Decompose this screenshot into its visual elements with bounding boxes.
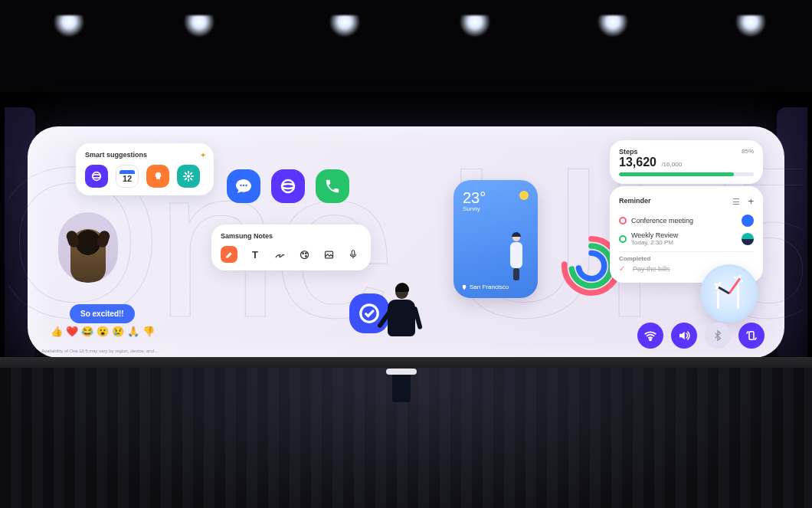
reminder-item[interactable]: Weekly Review Today, 2:30 PM	[619, 229, 754, 248]
sparkle-icon: ✦	[200, 151, 206, 159]
steps-widget[interactable]: Steps 85% 13,620 /16,000	[610, 140, 763, 184]
browser-icon[interactable]	[85, 165, 108, 188]
dog-image	[70, 229, 106, 283]
reminder-title: Reminder	[619, 197, 651, 205]
weather-location: San Francisco	[461, 283, 509, 290]
venue-ceiling	[0, 0, 812, 92]
reminder-item-label: Conference meeting	[631, 217, 693, 225]
svg-point-4	[243, 185, 244, 186]
pin-icon	[461, 284, 467, 290]
weather-condition: Sunny	[463, 205, 529, 212]
stage-light-icon	[54, 15, 84, 37]
category-dot-icon	[742, 215, 754, 227]
svg-point-1	[93, 175, 101, 178]
color-palette-icon[interactable]	[297, 247, 311, 261]
completed-header: Completed	[619, 255, 754, 262]
weather-widget[interactable]: 23° Sunny San Francisco	[453, 180, 538, 298]
svg-rect-12	[325, 251, 332, 258]
image-insert-icon[interactable]	[322, 247, 336, 261]
emoji-pray[interactable]: 🙏	[127, 326, 139, 337]
svg-point-6	[282, 180, 294, 192]
weather-location-label: San Francisco	[470, 283, 509, 290]
status-circle-icon	[619, 235, 627, 243]
smart-suggestions-widget[interactable]: Smart suggestions ✦ 12	[76, 143, 214, 195]
samsung-notes-title: Samsung Notes	[221, 232, 362, 240]
watch-face[interactable]	[700, 264, 758, 323]
emoji-heart[interactable]: ❤️	[66, 326, 78, 337]
weather-person-illustration	[507, 234, 526, 280]
contact-photo[interactable]	[58, 212, 118, 283]
check-icon: ✓	[619, 264, 625, 273]
divider	[619, 251, 754, 252]
category-dot-icon	[742, 233, 754, 245]
rotate-toggle[interactable]	[738, 323, 765, 349]
disclaimer-text: Availability of One UI 5 may vary by reg…	[41, 349, 159, 353]
steps-percent: 85%	[742, 148, 754, 155]
phone-app-icon[interactable]	[316, 169, 349, 203]
svg-point-7	[282, 184, 294, 188]
reminder-completed-label: Pay the bills	[633, 265, 670, 273]
status-circle-icon	[619, 217, 627, 225]
calendar-icon[interactable]: 12	[116, 165, 139, 188]
chat-bubble[interactable]: So excited!!	[70, 304, 135, 323]
highlighter-tool-icon[interactable]	[221, 246, 237, 263]
sound-toggle[interactable]	[671, 323, 697, 349]
emoji-laugh[interactable]: 😂	[81, 326, 93, 337]
stand-ring-icon	[578, 253, 604, 279]
svg-point-9	[302, 252, 303, 254]
svg-point-0	[93, 172, 101, 181]
steps-progress-bar	[619, 172, 754, 176]
svg-point-3	[240, 185, 241, 186]
reminder-item[interactable]: Conference meeting	[619, 212, 754, 229]
reminder-item-time: Today, 2:30 PM	[631, 239, 678, 246]
svg-rect-13	[352, 251, 355, 255]
svg-point-11	[305, 255, 306, 257]
list-view-icon[interactable]: ☰	[732, 197, 740, 206]
reminder-item-label: Weekly Review	[631, 231, 678, 239]
smart-suggestions-title: Smart suggestions	[85, 151, 205, 159]
emoji-thumbs-up[interactable]: 👍	[51, 326, 63, 337]
svg-point-15	[650, 339, 651, 340]
add-reminder-button[interactable]: +	[748, 195, 754, 207]
emoji-thumbs-down[interactable]: 👎	[142, 326, 155, 337]
settings-flower-icon[interactable]	[177, 165, 200, 188]
samsung-notes-widget[interactable]: Samsung Notes T	[211, 225, 371, 270]
stage-light-icon	[460, 15, 490, 37]
communication-app-row	[227, 169, 349, 203]
steps-count: 13,620	[619, 156, 656, 169]
emoji-sad[interactable]: 😢	[112, 326, 124, 337]
steps-title: Steps	[619, 148, 754, 156]
svg-point-8	[300, 251, 308, 258]
stage-light-icon	[329, 15, 360, 37]
internet-app-icon[interactable]	[271, 169, 305, 203]
wifi-toggle[interactable]	[637, 323, 663, 349]
voice-record-icon[interactable]	[346, 247, 360, 261]
steps-goal: /16,000	[661, 161, 682, 168]
messages-app-icon[interactable]	[227, 169, 260, 203]
svg-point-2	[187, 175, 190, 178]
stage-light-icon	[184, 15, 214, 37]
svg-point-5	[245, 185, 247, 186]
stage-light-icon	[598, 15, 628, 37]
tips-bulb-icon[interactable]	[146, 165, 169, 188]
svg-rect-16	[749, 332, 754, 340]
emoji-reaction-row[interactable]: 👍 ❤️ 😂 😮 😢 🙏 👎	[51, 326, 155, 337]
weather-temperature: 23°	[463, 189, 529, 207]
quick-settings-row	[637, 323, 765, 349]
bluetooth-toggle[interactable]	[705, 323, 731, 349]
wind-turbine-icon	[717, 287, 719, 309]
presenter-person	[378, 283, 424, 379]
svg-point-10	[305, 252, 306, 254]
stage-light-icon	[735, 15, 766, 37]
clock-hand-hour	[718, 287, 729, 295]
text-tool-icon[interactable]: T	[248, 247, 262, 261]
sun-icon	[519, 191, 529, 200]
pen-tool-icon[interactable]	[273, 247, 286, 261]
wind-turbine-icon	[737, 281, 739, 309]
emoji-wow[interactable]: 😮	[97, 326, 109, 337]
